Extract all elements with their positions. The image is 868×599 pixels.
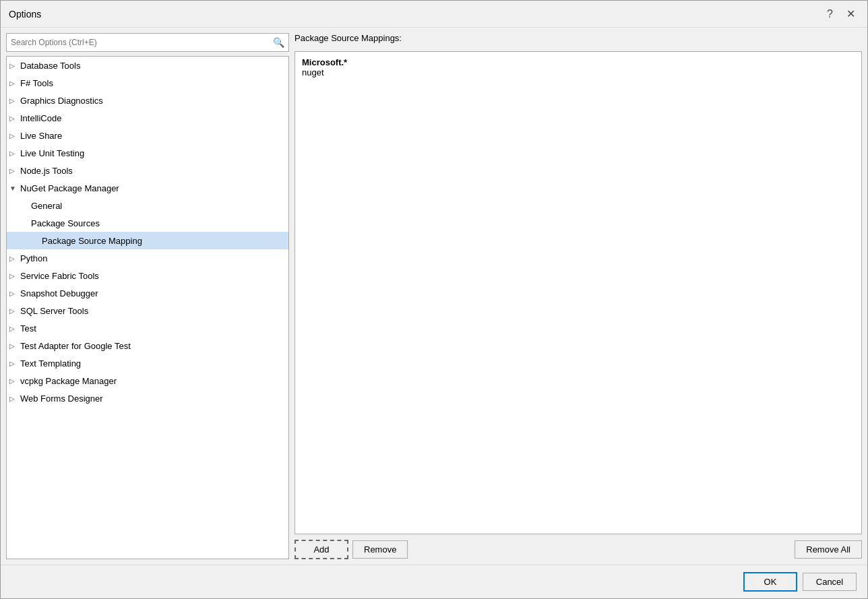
tree-item-service-fabric-tools[interactable]: ▷Service Fabric Tools <box>7 267 288 284</box>
tree-item-label: NuGet Package Manager <box>20 183 119 193</box>
tree-item-nuget-package-source-mapping[interactable]: Package Source Mapping <box>7 232 288 249</box>
arrow-icon: ▷ <box>9 342 18 350</box>
left-panel: 🔍 ▷Database Tools▷F# Tools▷Graphics Diag… <box>6 33 289 559</box>
search-icon: 🔍 <box>273 37 284 48</box>
title-bar-controls: ? ✕ <box>823 7 859 21</box>
arrow-icon: ▷ <box>9 115 18 122</box>
tree-item-test[interactable]: ▷Test <box>7 319 288 337</box>
search-box: 🔍 <box>6 33 289 52</box>
tree-item-nodejs-tools[interactable]: ▷Node.js Tools <box>7 162 288 179</box>
tree-item-intellicode[interactable]: ▷IntelliCode <box>7 109 288 127</box>
arrow-icon: ▷ <box>9 62 18 69</box>
arrow-icon: ▷ <box>9 97 18 104</box>
right-panel: Package Source Mappings: Microsoft.* nug… <box>294 33 862 559</box>
arrow-icon: ▷ <box>9 167 18 175</box>
arrow-icon: ▷ <box>9 307 18 315</box>
tree-item-label: Python <box>20 253 47 263</box>
tree-item-label: SQL Server Tools <box>20 306 88 316</box>
tree-item-live-share[interactable]: ▷Live Share <box>7 127 288 144</box>
mapping-entry-normal: nuget <box>302 67 855 77</box>
arrow-icon: ▷ <box>9 325 18 332</box>
tree-item-web-forms-designer[interactable]: ▷Web Forms Designer <box>7 389 288 407</box>
main-content: 🔍 ▷Database Tools▷F# Tools▷Graphics Diag… <box>1 28 867 565</box>
options-dialog: Options ? ✕ 🔍 ▷Database Tools▷F# Tools▷G… <box>0 0 868 599</box>
add-button[interactable]: Add <box>294 540 348 559</box>
tree-item-label: Test Adapter for Google Test <box>20 341 131 351</box>
tree-item-label: Text Templating <box>20 358 81 369</box>
tree-item-label: Web Forms Designer <box>20 393 103 404</box>
tree-item-snapshot-debugger[interactable]: ▷Snapshot Debugger <box>7 284 288 302</box>
arrow-icon: ▷ <box>9 360 18 367</box>
tree-item-python[interactable]: ▷Python <box>7 249 288 267</box>
tree-item-label: Snapshot Debugger <box>20 288 98 298</box>
ok-button[interactable]: OK <box>743 572 797 592</box>
footer: OK Cancel <box>1 565 867 598</box>
section-title: Package Source Mappings: <box>294 33 862 43</box>
arrow-icon: ▷ <box>9 255 18 262</box>
tree-item-label: Node.js Tools <box>20 166 73 176</box>
arrow-icon: ▷ <box>9 80 18 87</box>
arrow-icon: ▷ <box>9 132 18 139</box>
tree-item-database-tools[interactable]: ▷Database Tools <box>7 57 288 74</box>
tree-item-test-adapter-google-test[interactable]: ▷Test Adapter for Google Test <box>7 337 288 354</box>
tree-item-text-templating[interactable]: ▷Text Templating <box>7 354 288 372</box>
tree-item-nuget-package-sources[interactable]: Package Sources <box>7 214 288 232</box>
mapping-box: Microsoft.* nuget <box>294 51 862 534</box>
tree-item-label: Live Share <box>20 131 62 141</box>
tree-item-label: Package Sources <box>31 218 100 228</box>
mapping-entry-bold: Microsoft.* <box>302 57 855 67</box>
arrow-icon: ▷ <box>9 377 18 385</box>
close-button[interactable]: ✕ <box>842 7 859 21</box>
help-button[interactable]: ? <box>823 7 837 21</box>
tree-item-label: IntelliCode <box>20 113 61 123</box>
tree-item-nuget-package-manager[interactable]: ▼NuGet Package Manager <box>7 179 288 197</box>
tree-item-label: F# Tools <box>20 78 53 88</box>
tree-item-label: Database Tools <box>20 61 80 71</box>
tree-item-live-unit-testing[interactable]: ▷Live Unit Testing <box>7 144 288 162</box>
dialog-title: Options <box>9 9 41 20</box>
tree-item-label: Test <box>20 323 36 334</box>
remove-all-button[interactable]: Remove All <box>795 540 862 559</box>
tree-item-label: Package Source Mapping <box>42 236 142 246</box>
tree-item-label: General <box>31 201 62 211</box>
tree-item-nuget-general[interactable]: General <box>7 197 288 214</box>
action-buttons: Add Remove Remove All <box>294 540 862 559</box>
search-icon-button[interactable]: 🔍 <box>269 36 288 49</box>
tree-item-vcpkg-package-manager[interactable]: ▷vcpkg Package Manager <box>7 372 288 389</box>
tree-container[interactable]: ▷Database Tools▷F# Tools▷Graphics Diagno… <box>6 56 289 559</box>
tree-item-sql-server-tools[interactable]: ▷SQL Server Tools <box>7 302 288 319</box>
cancel-button[interactable]: Cancel <box>803 573 857 591</box>
tree-item-label: Graphics Diagnostics <box>20 96 103 106</box>
arrow-icon: ▼ <box>9 185 18 192</box>
tree-item-label: Live Unit Testing <box>20 148 84 158</box>
arrow-icon: ▷ <box>9 395 18 402</box>
remove-button[interactable]: Remove <box>352 540 408 559</box>
tree-item-graphics-diagnostics[interactable]: ▷Graphics Diagnostics <box>7 92 288 109</box>
search-input[interactable] <box>7 36 269 49</box>
arrow-icon: ▷ <box>9 272 18 280</box>
arrow-icon: ▷ <box>9 150 18 157</box>
tree-item-fsharp-tools[interactable]: ▷F# Tools <box>7 74 288 92</box>
tree-item-label: Service Fabric Tools <box>20 271 99 281</box>
arrow-icon: ▷ <box>9 290 18 297</box>
title-bar: Options ? ✕ <box>1 1 867 28</box>
tree-item-label: vcpkg Package Manager <box>20 376 117 386</box>
